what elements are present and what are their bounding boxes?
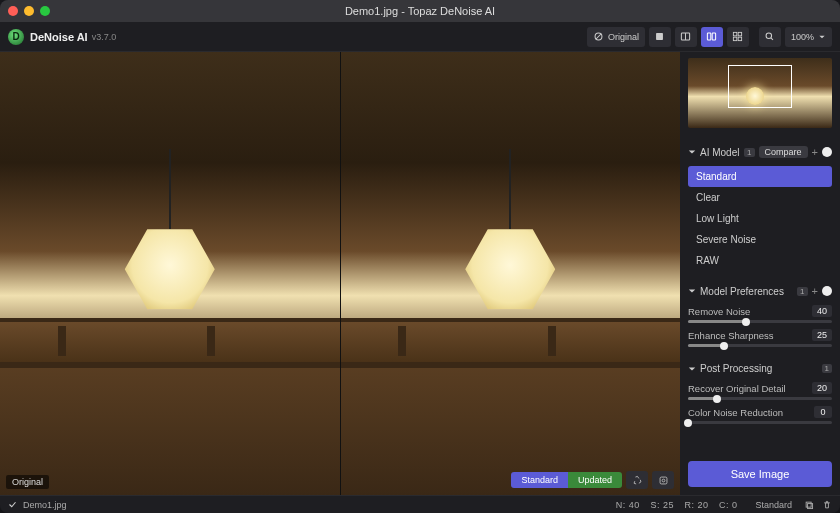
remove-noise-slider: Remove Noise40	[688, 305, 832, 323]
svg-rect-15	[806, 502, 811, 507]
prefs-toggle[interactable]	[822, 286, 832, 296]
trash-icon[interactable]	[822, 500, 832, 510]
navigator-thumbnail[interactable]	[688, 58, 832, 128]
app-name: DeNoise AI	[30, 31, 88, 43]
remove-noise-value[interactable]: 40	[812, 305, 832, 317]
ai-model-toggle[interactable]	[822, 147, 832, 157]
svg-rect-7	[734, 32, 737, 35]
model-option-raw[interactable]: RAW	[688, 250, 832, 271]
sidebar: AI Model 1 Compare + Standard Clear Low …	[680, 52, 840, 495]
close-window-button[interactable]	[8, 6, 18, 16]
svg-line-12	[771, 38, 773, 40]
remove-noise-track[interactable]	[688, 320, 832, 323]
processed-updated-label: Updated	[568, 472, 622, 488]
titlebar: Demo1.jpg - Topaz DeNoise AI	[0, 0, 840, 22]
original-pane: Original	[0, 52, 340, 495]
original-label: Original	[6, 475, 49, 489]
svg-rect-16	[808, 503, 813, 508]
original-view-button[interactable]: Original	[587, 27, 645, 47]
sharpness-value[interactable]: 25	[812, 329, 832, 341]
zoom-window-button[interactable]	[40, 6, 50, 16]
view-grid-button[interactable]	[727, 27, 749, 47]
chevron-down-icon	[688, 148, 696, 156]
mask-button[interactable]	[652, 471, 674, 489]
compare-button[interactable]: Compare	[759, 146, 808, 158]
chevron-down-icon	[818, 33, 826, 41]
split-view-icon	[680, 31, 691, 42]
window-title: Demo1.jpg - Topaz DeNoise AI	[0, 5, 840, 17]
color-noise-value[interactable]: 0	[814, 406, 832, 418]
processed-pane: Standard Updated	[340, 52, 681, 495]
post-badge: 1	[822, 364, 832, 373]
status-params: N: 40 S: 25 R: 20 C: 0	[612, 500, 742, 510]
navigator-viewport-box[interactable]	[728, 65, 791, 108]
recycle-icon	[632, 475, 643, 486]
chevron-down-icon	[688, 365, 696, 373]
add-model-button[interactable]: +	[812, 146, 818, 158]
app-logo-icon: D	[8, 29, 24, 45]
color-noise-slider: Color Noise Reduction0	[688, 406, 832, 424]
recycle-button[interactable]	[626, 471, 648, 489]
prefs-badge: 1	[797, 287, 807, 296]
model-option-severe-noise[interactable]: Severe Noise	[688, 229, 832, 250]
view-side-by-side-button[interactable]	[701, 27, 723, 47]
svg-rect-13	[660, 477, 667, 484]
circle-slash-icon	[593, 31, 604, 42]
window-controls	[8, 6, 50, 16]
check-icon	[8, 500, 17, 509]
svg-point-14	[662, 479, 665, 482]
recover-track[interactable]	[688, 397, 832, 400]
recover-value[interactable]: 20	[812, 382, 832, 394]
model-option-clear[interactable]: Clear	[688, 187, 832, 208]
mask-icon	[658, 475, 669, 486]
svg-line-1	[596, 34, 602, 40]
color-noise-track[interactable]	[688, 421, 832, 424]
recover-detail-slider: Recover Original Detail20	[688, 382, 832, 400]
zoom-tool-button[interactable]	[759, 27, 781, 47]
svg-rect-2	[657, 33, 664, 40]
grid-view-icon	[732, 31, 743, 42]
view-split-button[interactable]	[675, 27, 697, 47]
chevron-down-icon	[688, 287, 696, 295]
enhance-sharpness-slider: Enhance Sharpness25	[688, 329, 832, 347]
image-viewer[interactable]: Original Standard Updated	[0, 52, 680, 495]
processed-standard-label: Standard	[511, 472, 568, 488]
sharpness-track[interactable]	[688, 344, 832, 347]
view-single-button[interactable]	[649, 27, 671, 47]
post-processing-section-header[interactable]: Post Processing 1	[688, 363, 832, 374]
minimize-window-button[interactable]	[24, 6, 34, 16]
model-preferences-section-header[interactable]: Model Preferences 1 +	[688, 285, 832, 297]
single-view-icon	[654, 31, 665, 42]
model-option-low-light[interactable]: Low Light	[688, 208, 832, 229]
add-pref-button[interactable]: +	[812, 285, 818, 297]
save-image-button[interactable]: Save Image	[688, 461, 832, 487]
processed-model-pill: Standard Updated	[511, 472, 622, 488]
copy-icon[interactable]	[804, 500, 814, 510]
svg-rect-6	[713, 33, 716, 40]
side-by-side-icon	[706, 31, 717, 42]
app-version: v3.7.0	[92, 32, 117, 42]
svg-rect-8	[739, 32, 742, 35]
zoom-level-dropdown[interactable]: 100%	[785, 27, 832, 47]
ai-model-badge: 1	[744, 148, 754, 157]
svg-point-11	[767, 33, 773, 39]
ai-model-section-header[interactable]: AI Model 1 Compare +	[688, 146, 832, 158]
toolbar: D DeNoise AI v3.7.0 Original 100%	[0, 22, 840, 52]
model-option-standard[interactable]: Standard	[688, 166, 832, 187]
svg-rect-9	[734, 37, 737, 40]
status-filename[interactable]: Demo1.jpg	[23, 500, 67, 510]
magnifier-icon	[764, 31, 775, 42]
status-bar: Demo1.jpg N: 40 S: 25 R: 20 C: 0 Standar…	[0, 495, 840, 513]
svg-rect-5	[708, 33, 711, 40]
model-list: Standard Clear Low Light Severe Noise RA…	[688, 166, 832, 271]
status-model: Standard	[755, 500, 792, 510]
svg-rect-10	[739, 37, 742, 40]
